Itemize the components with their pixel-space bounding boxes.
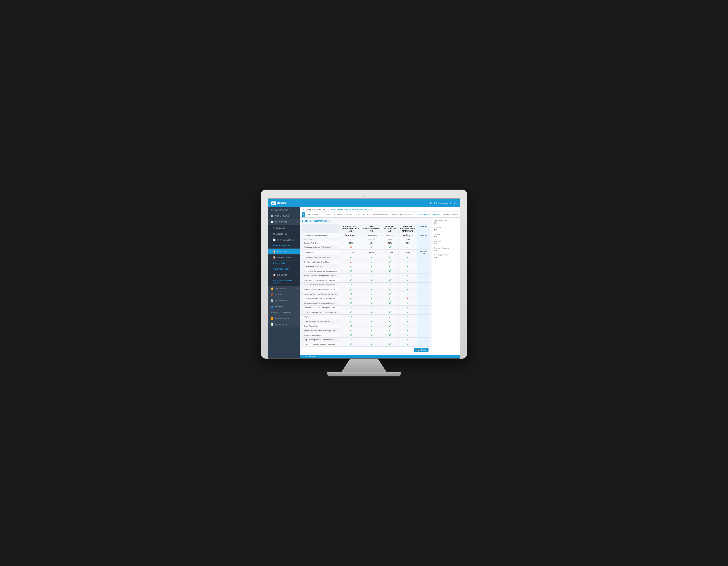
save-button[interactable]: 💾 SAVE: [414, 348, 429, 352]
sidebar-label-reinsurance: REINSURANCE: [275, 317, 290, 319]
footer-text: © 2021 Adacta: [303, 355, 315, 357]
check-icon: ✔: [350, 265, 352, 268]
insurer-2-name: GENERALI DEUTCHLAND AG: [383, 225, 397, 232]
tab-conditions-clauses[interactable]: CONDITIONS & CLAUSES: [415, 212, 441, 218]
tab-limits-deductibles[interactable]: LIMITS & DEDUCTIBLES: [390, 212, 415, 218]
cell-2-ab2: ✔: [381, 274, 399, 278]
sidebar-item-travel-policy[interactable]: + Travel Policy: [268, 261, 300, 266]
sidebar-item-property-policy[interactable]: + Property Worldwide Policy: [268, 278, 300, 286]
sidebar-label-policy: Policy Management: [277, 239, 294, 241]
cell-0-brake: ✔: [340, 342, 362, 347]
tab-nav-left[interactable]: ‹: [302, 213, 305, 217]
tab-payment-terms[interactable]: PAYMENT TERMS: [441, 212, 460, 218]
contracts-icon: 📋: [271, 221, 274, 223]
sidebar-item-motor-application[interactable]: + Motor Application: [268, 243, 300, 249]
cell-2-3rd: ✔: [381, 260, 399, 265]
cell-3-ls: ✔: [399, 310, 417, 315]
sidebar-label-life-app: + Life Application: [273, 268, 289, 270]
sidebar-item-parties[interactable]: 👥 PARTIES ›: [268, 304, 300, 309]
check-icon: ✔: [407, 311, 409, 313]
sidebar-item-its-application[interactable]: 📋 Its Application: [268, 249, 300, 255]
cell-1-waiver: ✔: [362, 333, 381, 337]
application-date-field: Application Date N/A: [434, 220, 458, 224]
cell-3-co: ✔: [399, 255, 417, 260]
cell-summary-snow: [417, 324, 430, 328]
insurer-3-role-edit[interactable]: ✎: [412, 234, 414, 237]
feature-risk-share: Risk Share: [302, 238, 340, 241]
cell-3-ep: ✔: [399, 283, 417, 287]
feature-ext-price: Extension of New Price Compensation ...: [302, 283, 340, 287]
start-date-value: N/A: [434, 236, 458, 238]
sidebar-item-legal-disputes[interactable]: ⚖ LEGAL DISPUTES ›: [268, 309, 300, 315]
back-arrow[interactable]: ←: [303, 208, 305, 211]
save-bar: 💾 SAVE: [302, 347, 430, 353]
cell-3-ab1: ✔: [399, 269, 417, 274]
cell-2-pc: ✔: [381, 287, 399, 292]
cell-2-brake: ✔: [381, 342, 399, 347]
gear-icon[interactable]: ⚙: [454, 201, 457, 205]
parties-icon: 👥: [271, 305, 274, 308]
insurer-0-role-edit[interactable]: ✎: [355, 234, 357, 237]
sidebar-item-accounting[interactable]: 📊 ACCOUNTING ›: [268, 321, 300, 327]
check-icon: ✔: [371, 334, 373, 336]
sidebar-item-non-life-quotes[interactable]: 📋 Non-Life Quotes: [268, 255, 300, 261]
check-icon: ✔: [389, 270, 391, 273]
cell-summary-applicable: [417, 245, 430, 250]
sidebar-item-policy-management[interactable]: 📄 Policy Management ›: [268, 237, 300, 243]
sidebar-item-reinsurance[interactable]: 🔀 REINSURANCE ›: [268, 315, 300, 321]
life-quotes-chevron: ›: [297, 274, 298, 276]
sidebar-item-claims[interactable]: 📌 CLAIMS ›: [268, 292, 300, 298]
sidebar-item-adjustments[interactable]: ⚙ Adjustments: [268, 231, 300, 237]
table-row: Co-Insurance of Vignettes / Additional .…: [302, 301, 430, 305]
cell-2-applicable: ✔: [381, 245, 399, 250]
cell-3-np: ✔: [399, 278, 417, 283]
insurer-1-role: Participating: [367, 234, 377, 236]
sidebar-item-life-quotes[interactable]: 📋 Life Quotes ›: [268, 272, 300, 278]
check-icon: ✔: [371, 320, 373, 323]
table-row: Gap Coverage in Car Casco Insurance ✔ ✔ …: [302, 337, 430, 342]
cell-3-waiver: ✔: [399, 333, 417, 337]
insurer-3-role: Leading: [402, 234, 410, 237]
header-user[interactable]: Hi, Administrator ▼: [430, 202, 452, 205]
cell-0-np: ✔: [340, 278, 362, 283]
tab-terms[interactable]: TERMS: [322, 212, 332, 218]
table-row: Commission 12.5% 11.5% 11.8% 12% Average…: [302, 250, 430, 255]
cell-2-ls: ✔: [381, 310, 399, 315]
check-icon: ✔: [389, 265, 391, 268]
cell-1-collision: ✔: [362, 265, 381, 269]
cross-icon: ✗: [389, 315, 391, 318]
check-icon: ✔: [371, 279, 373, 282]
policy-icon: 📄: [273, 239, 276, 241]
legal-chevron: ›: [297, 311, 298, 313]
legal-icon: ⚖: [271, 311, 273, 314]
insurer-1-risk-edit[interactable]: ✎: [373, 238, 375, 240]
cell-summary-brake: [417, 342, 430, 347]
cell-0-ab1: ✔: [340, 269, 362, 274]
sidebar-item-recoveries[interactable]: 🔄 RECOVERIES ›: [268, 298, 300, 304]
save-icon: 💾: [417, 349, 420, 351]
cell-2-ships: ✔: [381, 328, 399, 333]
sidebar-item-organisation[interactable]: 🏢 ORGANISATION: [268, 213, 300, 219]
table-row: Insurance Cover for Commercial Vehicl...…: [302, 292, 430, 296]
sidebar-item-dashboards[interactable]: ⊞ DASHBOARDS: [268, 207, 300, 213]
table-row: Brake, Operational and Pure Breakage ...…: [302, 342, 430, 347]
tab-coverage-group[interactable]: COVERAGE GROUP: [332, 212, 354, 218]
cell-3-brake: ✔: [399, 342, 417, 347]
cell-summary-ab2: [417, 274, 430, 278]
claims-icon: 📌: [271, 293, 274, 296]
check-icon: ✔: [350, 329, 352, 332]
sidebar-item-commissions[interactable]: 💰 COMMISSIONS ›: [268, 286, 300, 292]
sidebar-item-overviews[interactable]: ≡ Overviews ›: [268, 225, 300, 231]
check-icon: ✔: [371, 315, 373, 318]
check-icon: ✔: [350, 306, 352, 309]
check-icon: ✔: [350, 315, 352, 318]
check-icon: ✔: [407, 320, 409, 323]
cell-summary-co: [417, 255, 430, 260]
cell-0-ab2: ✔: [340, 274, 362, 278]
sidebar-item-contracts[interactable]: 📋 CONTRACTS ▾: [268, 219, 300, 225]
camera-dot: ●: [268, 194, 460, 199]
tab-fleet-groups[interactable]: FLEET GROUPS: [354, 212, 372, 218]
tab-participants[interactable]: PARTICIPANTS: [306, 212, 322, 218]
sidebar-item-life-application[interactable]: + Life Application: [268, 266, 300, 272]
tab-premium-rates[interactable]: PREMIUM RATES: [372, 212, 390, 218]
